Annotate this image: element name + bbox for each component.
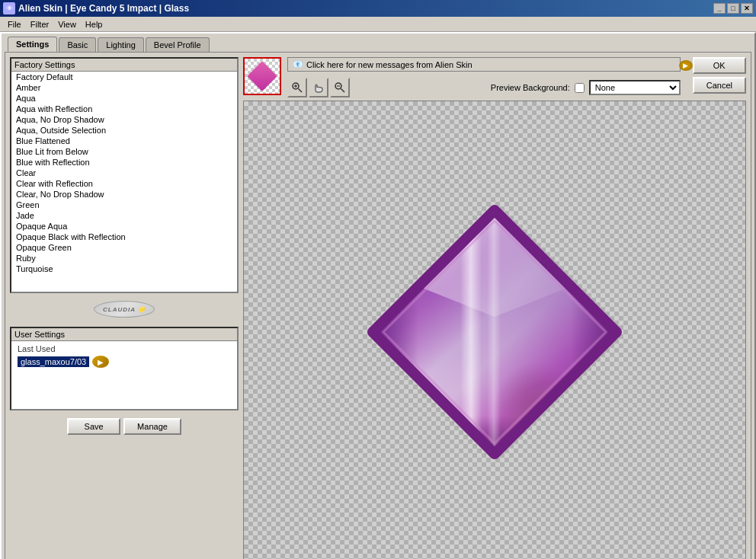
tool-zoom-in[interactable] xyxy=(287,78,307,97)
svg-line-1 xyxy=(299,89,303,93)
bg-checkbox[interactable] xyxy=(575,83,585,93)
message-text: Click here for new messages from Alien S… xyxy=(306,60,472,69)
menu-view[interactable]: View xyxy=(53,18,81,30)
right-panel: 📧 Click here for new messages from Alien… xyxy=(243,57,746,559)
maximize-button[interactable]: □ xyxy=(727,3,739,14)
last-used-label: Last Used xyxy=(14,343,234,355)
save-button[interactable]: Save xyxy=(67,418,120,435)
top-row: 📧 Click here for new messages from Alien… xyxy=(243,57,746,97)
app-icon: 👁 xyxy=(3,2,15,14)
tab-basic[interactable]: Basic xyxy=(59,37,96,52)
list-item[interactable]: Blue with Reflection xyxy=(11,157,237,168)
menu-bar: File Filter View Help xyxy=(0,17,756,32)
ok-arrow-icon: ▶ xyxy=(679,60,693,71)
tool-hand[interactable] xyxy=(309,78,328,97)
glass-diamond-svg xyxy=(350,187,639,477)
ok-button[interactable]: OK xyxy=(693,57,746,74)
arrow-icon: ▶ xyxy=(92,356,109,368)
menu-file[interactable]: File xyxy=(3,18,26,30)
bg-select[interactable]: None White Black Gray xyxy=(589,80,681,95)
last-used-value[interactable]: glass_maxou7/03 xyxy=(18,356,89,367)
list-item[interactable]: Clear with Reflection xyxy=(11,178,237,189)
message-bar[interactable]: 📧 Click here for new messages from Alien… xyxy=(287,57,681,72)
left-panel: Factory Settings Factory Default Amber A… xyxy=(10,57,239,559)
thumb-diamond xyxy=(247,61,277,91)
dialog: Settings Basic Lighting Bevel Profile Fa… xyxy=(0,32,756,559)
preview-area xyxy=(243,101,746,559)
tool-buttons xyxy=(287,78,350,97)
tab-bevel-profile[interactable]: Bevel Profile xyxy=(146,37,210,52)
tab-settings[interactable]: Settings xyxy=(8,37,57,52)
minimize-button[interactable]: _ xyxy=(713,3,726,14)
title-bar: 👁 Alien Skin | Eye Candy 5 Impact | Glas… xyxy=(0,0,756,17)
list-item[interactable]: Opaque Black with Reflection xyxy=(11,232,237,242)
menu-help[interactable]: Help xyxy=(81,18,107,30)
list-item[interactable]: Factory Default xyxy=(11,72,237,82)
message-icon: 📧 xyxy=(293,59,303,69)
list-item[interactable]: Amber xyxy=(11,82,237,93)
list-item[interactable]: Jade xyxy=(11,210,237,221)
list-item[interactable]: Aqua with Reflection xyxy=(11,104,237,114)
user-settings-listbox: User Settings Last Used glass_maxou7/03 … xyxy=(10,327,239,410)
list-item[interactable]: Aqua, Outside Selection xyxy=(11,125,237,136)
list-item[interactable]: Aqua, No Drop Shadow xyxy=(11,114,237,125)
list-item[interactable]: Turquoise xyxy=(11,264,237,274)
factory-settings-list[interactable]: Factory Default Amber Aqua Aqua with Ref… xyxy=(11,72,237,292)
bg-label: Preview Background: xyxy=(491,83,570,92)
bottom-buttons: Save Manage xyxy=(10,414,239,436)
user-settings-header: User Settings xyxy=(11,328,237,341)
list-item[interactable]: Blue Flattened xyxy=(11,136,237,146)
tool-zoom-out[interactable] xyxy=(330,78,350,97)
preview-thumbnail xyxy=(243,57,281,95)
list-item[interactable]: Clear, No Drop Shadow xyxy=(11,189,237,200)
svg-line-5 xyxy=(341,89,345,93)
list-item[interactable]: Ruby xyxy=(11,253,237,264)
cancel-button[interactable]: Cancel xyxy=(693,77,746,94)
menu-filter[interactable]: Filter xyxy=(26,18,53,30)
ok-cancel: ▶ OK Cancel xyxy=(693,57,746,94)
bg-selector: Preview Background: None White Black Gra… xyxy=(491,80,681,95)
list-item[interactable]: Blue Lit from Below xyxy=(11,146,237,157)
watermark: CLAUDIA 🌟 xyxy=(94,301,155,318)
manage-button[interactable]: Manage xyxy=(123,418,181,435)
dialog-body: Factory Settings Factory Default Amber A… xyxy=(5,52,751,559)
tools-and-bg: Preview Background: None White Black Gra… xyxy=(287,78,681,97)
last-used-item: glass_maxou7/03 ▶ xyxy=(14,355,234,369)
factory-settings-header: Factory Settings xyxy=(11,59,237,72)
list-item[interactable]: Aqua xyxy=(11,93,237,104)
list-item[interactable]: Opaque Aqua xyxy=(11,221,237,232)
close-button[interactable]: ✕ xyxy=(741,3,753,14)
title-bar-text: Alien Skin | Eye Candy 5 Impact | Glass xyxy=(18,3,189,14)
list-item[interactable]: Green xyxy=(11,200,237,210)
center-column: 📧 Click here for new messages from Alien… xyxy=(287,57,681,97)
factory-settings-listbox: Factory Settings Factory Default Amber A… xyxy=(10,57,239,293)
tab-bar: Settings Basic Lighting Bevel Profile xyxy=(5,37,751,52)
tab-lighting[interactable]: Lighting xyxy=(98,37,144,52)
watermark-area: CLAUDIA 🌟 xyxy=(10,296,239,311)
list-item[interactable]: Clear xyxy=(11,168,237,178)
list-item[interactable]: Opaque Green xyxy=(11,242,237,253)
